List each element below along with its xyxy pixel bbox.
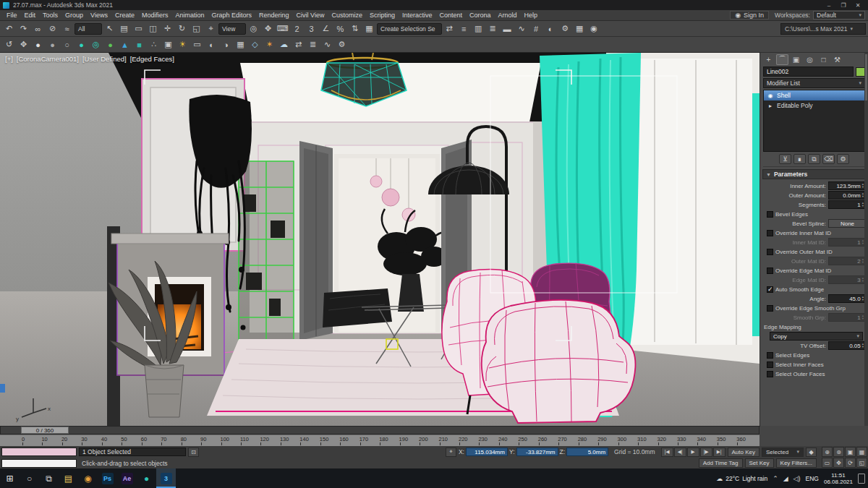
viewport-layout-tab[interactable] [0, 384, 5, 393]
light-icon[interactable]: ☀ [176, 38, 190, 51]
select-object-icon[interactable]: ↖ [103, 22, 116, 35]
hierarchy-tab[interactable]: ▣ [790, 54, 802, 65]
spinner-arrows[interactable] [862, 192, 864, 198]
keyboard-shortcut-override-icon[interactable]: ⌨ [276, 22, 289, 35]
toggle-ribbon-icon[interactable]: ▬ [501, 22, 514, 35]
notification-center-button[interactable] [858, 474, 865, 484]
value-field[interactable]: 3 [828, 275, 866, 284]
gray-sphere-icon[interactable]: ● [46, 38, 59, 51]
timeline-tick[interactable]: 220 [459, 436, 478, 446]
timeline-tick[interactable]: 180 [379, 436, 399, 446]
hidden-icons-chevron[interactable]: ⌃ [773, 475, 778, 482]
time-slider-handle[interactable]: 0 / 360 [21, 427, 69, 434]
x-coordinate-field[interactable]: 115.034mm [466, 448, 508, 456]
minimize-button[interactable]: – [822, 1, 836, 10]
viewport-pov-menu[interactable]: [CoronaCamera001] [17, 55, 79, 63]
camera-icon[interactable]: ▣ [161, 38, 175, 51]
checkbox[interactable] [767, 352, 773, 359]
chrome-button[interactable]: ◉ [78, 468, 98, 488]
outer-amount-spinner[interactable]: Outer Amount: 0.0mm [762, 191, 866, 200]
menu-item[interactable]: Scripting [366, 12, 399, 19]
snap-3d-toggle-icon[interactable]: 3 [305, 22, 318, 35]
timeline-tick[interactable]: 40 [101, 436, 121, 446]
timeline-tick[interactable]: 260 [538, 436, 558, 446]
parameters-rollout-header[interactable]: ▼ Parameters [762, 169, 866, 179]
value-field[interactable]: 45.0 [828, 294, 866, 303]
edge-mapping-label[interactable]: Edge Mapping [762, 322, 866, 331]
bevel-edges-checkbox[interactable]: Bevel Edges [762, 210, 866, 218]
override-outer-mat-id-checkbox[interactable]: Override Outer Mat ID [762, 247, 866, 256]
material-editor-icon[interactable]: ◐ [544, 22, 558, 35]
menu-item[interactable]: Graph Editors [208, 12, 255, 19]
value-field[interactable]: 0.0mm [828, 191, 866, 200]
edge-mat-id-spinner[interactable]: Edge Mat ID: 3 [762, 275, 866, 284]
after-effects-button[interactable]: Ae [117, 468, 137, 488]
render-region-icon[interactable]: ▭ [190, 38, 204, 51]
edit-named-selection-sets-icon[interactable]: ▦ [362, 22, 376, 35]
selection-lock-icon[interactable]: ⊡ [188, 448, 199, 457]
capsule-icon[interactable]: ○ [60, 38, 74, 51]
play-animation-button[interactable]: ▶ [687, 448, 699, 457]
select-and-rotate-icon[interactable]: ↻ [175, 22, 189, 35]
proxy-icon[interactable]: ◇ [248, 38, 262, 51]
list-icon[interactable]: ≣ [306, 38, 320, 51]
timeline-tick[interactable]: 150 [320, 436, 339, 446]
create-tab[interactable]: + [762, 54, 775, 65]
timeline-tick[interactable]: 70 [161, 436, 180, 446]
menu-item[interactable]: Civil View [293, 12, 328, 19]
timeline-tick[interactable]: 240 [498, 436, 518, 446]
mirror-icon[interactable]: ⇄ [443, 22, 456, 35]
named-selection-sets-dropdown[interactable]: Create Selection Se [377, 23, 442, 35]
smooth-grp-spinner[interactable]: Smooth Grp: 1 [762, 313, 866, 322]
segments-spinner[interactable]: Segments: 1 [762, 200, 866, 209]
timeline-tick[interactable]: 320 [658, 436, 677, 446]
pan-view-icon[interactable]: ✥ [17, 38, 30, 51]
value-field[interactable]: Copy [770, 332, 863, 341]
timeline-tick[interactable]: 120 [260, 436, 279, 446]
outer-mat-id-spinner[interactable]: Outer Mat ID: 2 [762, 257, 866, 265]
network-icon[interactable]: ◢ [783, 475, 788, 482]
menu-item[interactable]: Tools [39, 12, 61, 19]
project-folder-dropdown[interactable]: C:\Users\...s Max 2021 [780, 23, 866, 35]
convert-icon[interactable]: ⇄ [292, 38, 305, 51]
select-and-scale-icon[interactable]: ◱ [190, 22, 203, 35]
timeline-tick[interactable]: 50 [121, 436, 140, 446]
material-override-icon[interactable]: ◐ [205, 38, 218, 51]
menu-item[interactable]: Animation [171, 12, 208, 19]
panel-scrollbar[interactable] [864, 53, 868, 426]
timeline-tick[interactable]: 160 [339, 436, 359, 446]
absolute-mode-icon[interactable]: ⌖ [446, 448, 456, 457]
menu-item[interactable]: Customize [328, 12, 366, 19]
timeline-tick[interactable]: 130 [280, 436, 299, 446]
teal-sphere-icon[interactable]: ● [75, 38, 88, 51]
timeline-tick[interactable]: 170 [359, 436, 379, 446]
task-view-button[interactable]: ⧉ [39, 468, 59, 488]
3ds-max-running-button[interactable]: 3 [156, 468, 176, 488]
display-tab[interactable]: □ [817, 54, 830, 65]
percent-snap-toggle-icon[interactable]: % [333, 22, 347, 35]
lut-icon[interactable]: ▦ [234, 38, 247, 51]
angle-spinner[interactable]: Angle: 45.0 [762, 294, 866, 303]
timeline-tick[interactable]: 310 [637, 436, 657, 446]
timeline-tick[interactable]: 90 [200, 436, 220, 446]
menu-item[interactable]: Arnold [495, 12, 521, 19]
menu-item[interactable]: Help [521, 12, 542, 19]
toggle-layer-explorer-icon[interactable]: ≣ [486, 22, 500, 35]
z-coordinate-field[interactable]: 5.0mm [566, 448, 608, 456]
scatter-icon[interactable]: ∴ [147, 38, 161, 51]
viewport-general-menu[interactable]: [+] [5, 55, 13, 63]
viewport[interactable]: x y [+] [CoronaCamera001] [User Defined]… [0, 53, 760, 426]
key-tangents-icon[interactable]: ◆ [806, 448, 817, 457]
maximize-button[interactable]: ❐ [836, 1, 851, 10]
file-explorer-button[interactable]: ▤ [59, 468, 78, 488]
toggle-scene-explorer-icon[interactable]: ▥ [472, 22, 485, 35]
snap-2d-toggle-icon[interactable]: 2 [290, 22, 304, 35]
timeline-tick[interactable]: 360 [736, 436, 756, 446]
bevel-spline-button[interactable]: Bevel Spline: None [762, 219, 866, 228]
timeline-tick[interactable]: 30 [81, 436, 101, 446]
spinner-arrows[interactable] [862, 296, 864, 301]
value-field[interactable]: 1 [828, 313, 866, 322]
key-mode-dropdown[interactable]: Selected [762, 448, 804, 457]
checkbox[interactable] [767, 267, 773, 274]
menu-item[interactable]: Group [61, 12, 87, 19]
